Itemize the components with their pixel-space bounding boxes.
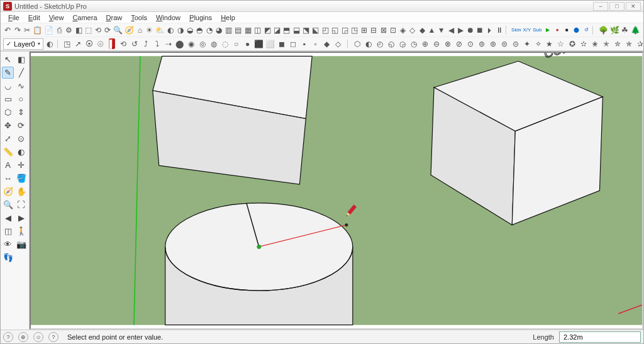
plant-btn-3[interactable]: 🌲 xyxy=(630,25,641,35)
tb2b-btn-3[interactable]: ⤵ xyxy=(152,38,162,49)
tb1-btn-17[interactable]: ◑ xyxy=(176,25,185,35)
tb1-btn-4[interactable]: 📄 xyxy=(43,25,54,35)
tb2c-btn-13[interactable]: ⊜ xyxy=(499,38,509,49)
tb1b-btn-7[interactable]: ↺ xyxy=(582,25,591,35)
geo-icon[interactable]: ⊕ xyxy=(18,332,28,342)
plant-btn-1[interactable]: 🌿 xyxy=(609,25,620,35)
tb1-btn-48[interactable]: ⏹ xyxy=(475,25,484,35)
tool-walk[interactable]: 🚶 xyxy=(15,225,27,237)
tb2c-btn-20[interactable]: ✫ xyxy=(578,38,589,49)
tool-look[interactable]: 👁 xyxy=(2,238,14,250)
tb1b-btn-4[interactable]: ● xyxy=(553,25,562,35)
tb2a-btn-2[interactable]: ⦿ xyxy=(84,38,95,49)
tb1-btn-20[interactable]: ◔ xyxy=(205,25,214,35)
tool-select[interactable]: ↖ xyxy=(2,53,14,65)
tool-arc[interactable]: ◡ xyxy=(2,80,14,92)
tb2b-btn-12[interactable]: ⬛ xyxy=(253,38,264,49)
tb1-btn-49[interactable]: ⏵ xyxy=(486,25,494,35)
tb1-btn-10[interactable]: ⟳ xyxy=(103,25,112,35)
tool-protractor[interactable]: ◐ xyxy=(15,146,27,158)
tb1-btn-11[interactable]: 🔍 xyxy=(113,25,123,35)
tool-tape[interactable]: 📏 xyxy=(2,146,14,158)
tb1-btn-31[interactable]: ⬕ xyxy=(311,25,320,35)
tb1-btn-39[interactable]: ⊡ xyxy=(389,25,397,35)
tb2c-btn-18[interactable]: ☆ xyxy=(555,38,566,49)
tb2c-btn-24[interactable]: ✯ xyxy=(623,38,634,49)
component-icon[interactable]: ▌ xyxy=(109,38,116,49)
tb1-btn-29[interactable]: ⬓ xyxy=(292,25,301,35)
menu-file[interactable]: File xyxy=(4,13,23,23)
tool-dimension[interactable]: ↔ xyxy=(2,172,14,184)
tb2c-btn-17[interactable]: ★ xyxy=(544,38,555,49)
tool-position[interactable]: 📷 xyxy=(15,238,27,250)
layer-dropdown[interactable]: ✓ Layer0 ▾ xyxy=(3,38,43,50)
tb2c-btn-19[interactable]: ✪ xyxy=(567,38,577,49)
tb1-btn-46[interactable]: ▶ xyxy=(456,25,465,35)
tool-section[interactable]: ◫ xyxy=(2,225,14,237)
tool-axes[interactable]: ✛ xyxy=(15,159,27,171)
tb1-btn-40[interactable]: ◈ xyxy=(398,25,407,35)
tb2b-btn-11[interactable]: ● xyxy=(242,38,253,49)
tb2a-btn-0[interactable]: ◳ xyxy=(62,38,72,49)
tb2b-btn-10[interactable]: ○ xyxy=(231,38,242,49)
tool-line[interactable]: ╱ xyxy=(15,67,27,79)
tb1-btn-13[interactable]: ⌂ xyxy=(135,25,144,35)
tb2b-btn-8[interactable]: ◍ xyxy=(208,38,219,49)
plant-btn-0[interactable]: 🌳 xyxy=(598,25,609,35)
close-button[interactable]: ✕ xyxy=(626,2,641,11)
tb2c-btn-10[interactable]: ⊙ xyxy=(465,38,475,49)
tb1-btn-33[interactable]: ◱ xyxy=(331,25,340,35)
tool-prev[interactable]: ◀ xyxy=(2,212,14,224)
tb1-btn-21[interactable]: ◕ xyxy=(214,25,223,35)
tb2b-btn-9[interactable]: ◌ xyxy=(219,38,230,49)
tb2c-btn-6[interactable]: ⊕ xyxy=(419,38,430,49)
tool-paint[interactable]: 🪣 xyxy=(15,172,27,184)
tb2a-btn-1[interactable]: ↗ xyxy=(73,38,84,49)
tb2c-btn-25[interactable]: ✰ xyxy=(635,38,644,49)
tb1-btn-30[interactable]: ⬔ xyxy=(301,25,310,35)
tb1-btn-28[interactable]: ⬒ xyxy=(282,25,291,35)
tb2b-btn-16[interactable]: ▪ xyxy=(299,38,309,49)
tb2c-btn-4[interactable]: ◶ xyxy=(397,38,408,49)
tool-text[interactable]: A xyxy=(2,159,14,171)
tool-polygon[interactable]: ⬡ xyxy=(2,106,14,118)
tb1-btn-47[interactable]: ⏺ xyxy=(466,25,475,35)
tb1-btn-50[interactable]: ⏸ xyxy=(495,25,504,35)
plant-btn-2[interactable]: ☘ xyxy=(621,25,630,35)
tb1-btn-1[interactable]: ↷ xyxy=(13,25,21,35)
tb1-btn-14[interactable]: ☀ xyxy=(145,25,154,35)
tool-scale[interactable]: ⤢ xyxy=(2,133,14,145)
tb1-btn-43[interactable]: ▲ xyxy=(427,25,436,35)
tb2a-btn-3[interactable]: ⦾ xyxy=(96,38,106,49)
tb2b-btn-18[interactable]: ◆ xyxy=(321,38,332,49)
tb1-btn-7[interactable]: ◧ xyxy=(74,25,83,35)
tb1-btn-38[interactable]: ⊠ xyxy=(379,25,387,35)
tb1b-btn-5[interactable]: ■ xyxy=(562,25,571,35)
tool-eraser[interactable]: ◧ xyxy=(15,53,27,65)
tb2b-btn-5[interactable]: ⬤ xyxy=(174,38,185,49)
tb1-btn-5[interactable]: ⎙ xyxy=(55,25,64,35)
tb1-btn-44[interactable]: ▼ xyxy=(437,25,446,35)
tb1-btn-24[interactable]: ▦ xyxy=(243,25,252,35)
tb1-btn-8[interactable]: ⬚ xyxy=(84,25,92,35)
maximize-button[interactable]: □ xyxy=(609,2,625,11)
tb2c-btn-7[interactable]: ⊖ xyxy=(431,38,441,49)
tb2c-btn-15[interactable]: ✦ xyxy=(521,38,532,49)
menu-camera[interactable]: Camera xyxy=(69,13,101,23)
tb2c-btn-21[interactable]: ✬ xyxy=(589,38,600,49)
layer-color-icon[interactable]: ◐ xyxy=(46,38,53,49)
tool-offset[interactable]: ⊙ xyxy=(15,133,27,145)
tb1b-btn-0[interactable]: Skin xyxy=(511,25,521,35)
tb2b-btn-14[interactable]: ◼ xyxy=(276,38,287,49)
tool-rectangle[interactable]: ▭ xyxy=(2,93,14,105)
tb1-btn-12[interactable]: 🧭 xyxy=(124,25,135,35)
tb1-btn-6[interactable]: ⚙ xyxy=(65,25,74,35)
tb2b-btn-4[interactable]: ⇢ xyxy=(163,38,174,49)
tb2c-btn-5[interactable]: ◷ xyxy=(408,38,419,49)
tb1-btn-42[interactable]: ◆ xyxy=(418,25,426,35)
tb1-btn-22[interactable]: ▥ xyxy=(224,25,233,35)
length-input[interactable]: 2.32m xyxy=(559,331,641,343)
tool-move[interactable]: ✥ xyxy=(2,119,14,131)
minimize-button[interactable]: – xyxy=(593,2,608,11)
tool-pan[interactable]: ✋ xyxy=(15,186,27,197)
